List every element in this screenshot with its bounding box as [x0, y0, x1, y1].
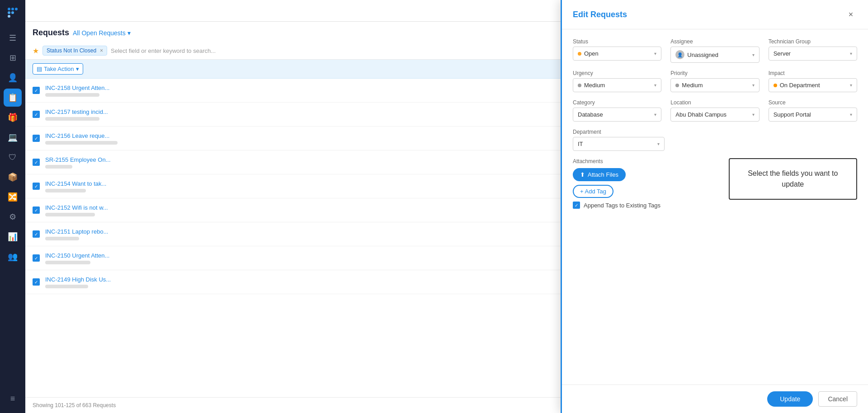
row-desc-bar — [45, 237, 79, 240]
row-checkbox-2156[interactable] — [33, 135, 40, 142]
urgency-label: Urgency — [573, 70, 661, 76]
category-select[interactable]: Database ▾ — [573, 108, 661, 122]
users-icon[interactable]: 👤 — [4, 69, 22, 87]
location-label: Location — [670, 99, 759, 106]
attachments-info-row: Attachments ⬆ Attach Files + Add Tag App… — [573, 158, 857, 216]
svg-point-0 — [8, 8, 10, 10]
source-label: Source — [769, 99, 857, 106]
form-row-1: Status Open ▾ Assignee 👤 Unassigned ▾ — [573, 38, 857, 63]
assignee-field: Assignee 👤 Unassigned ▾ — [670, 38, 759, 63]
modal-footer: Update Cancel — [562, 385, 868, 413]
info-box: Select the fields you want to update — [729, 158, 858, 200]
technician-group-field: Technician Group Server ▾ — [769, 38, 857, 63]
svg-point-4 — [11, 11, 14, 14]
chart-icon[interactable]: 📊 — [4, 228, 22, 246]
update-button[interactable]: Update — [767, 391, 813, 407]
row-desc-bar — [45, 93, 99, 97]
row-checkbox-2157[interactable] — [33, 111, 40, 118]
chevron-down-icon-action: ▾ — [76, 66, 79, 72]
row-checkbox-2150[interactable] — [33, 254, 40, 262]
urgency-dot — [578, 84, 581, 87]
requests-icon[interactable]: 📋 — [4, 89, 22, 107]
impact-dot — [774, 84, 777, 87]
shield-icon[interactable]: 🛡 — [4, 148, 22, 166]
category-label: Category — [573, 99, 661, 106]
impact-select[interactable]: On Department ▾ — [769, 78, 857, 92]
info-box-text: Select the fields you want to update — [739, 168, 848, 190]
modal-close-button[interactable]: × — [844, 8, 857, 21]
team-icon[interactable]: 👥 — [4, 248, 22, 266]
logo[interactable] — [5, 5, 20, 22]
category-field: Category Database ▾ — [573, 99, 661, 122]
upload-icon: ⬆ — [580, 171, 585, 178]
row-checkbox-2152[interactable] — [33, 206, 40, 214]
menu-icon[interactable]: ☰ — [4, 29, 22, 47]
department-select[interactable]: IT ▾ — [573, 137, 665, 151]
source-select[interactable]: Support Portal ▾ — [769, 108, 857, 122]
chevron-down-icon: ▾ — [850, 51, 852, 56]
edit-requests-modal: Edit Requests × Status Open ▾ Assignee — [561, 0, 868, 413]
status-dot — [578, 52, 581, 56]
form-row-2: Urgency Medium ▾ Priority Medium ▾ — [573, 70, 857, 92]
form-row-3: Category Database ▾ Location Abu Dhabi C… — [573, 99, 857, 122]
append-tags-row: Append Tags to Existing Tags — [573, 202, 711, 209]
impact-field: Impact On Department ▾ — [769, 70, 857, 92]
status-select[interactable]: Open ▾ — [573, 47, 661, 61]
status-filter-badge[interactable]: Status Not In Closed × — [42, 46, 107, 56]
branches-icon[interactable]: 🔀 — [4, 188, 22, 206]
laptop-icon[interactable]: 💻 — [4, 128, 22, 146]
modal-title: Edit Requests — [573, 10, 627, 19]
chevron-down-icon: ▾ — [127, 29, 131, 37]
svg-point-5 — [8, 15, 10, 18]
take-action-button[interactable]: ▤ Take Action ▾ — [33, 63, 83, 75]
star-icon[interactable]: ★ — [33, 47, 39, 55]
status-label: Status — [573, 38, 661, 45]
chevron-down-icon: ▾ — [654, 51, 656, 56]
status-field: Status Open ▾ — [573, 38, 661, 63]
urgency-field: Urgency Medium ▾ — [573, 70, 661, 92]
form-row-4: Department IT ▾ — [573, 129, 857, 151]
svg-point-2 — [15, 8, 18, 10]
source-field: Source Support Portal ▾ — [769, 99, 857, 122]
row-checkbox-2155[interactable] — [33, 159, 40, 166]
priority-select[interactable]: Medium ▾ — [670, 78, 759, 92]
row-desc-bar — [45, 165, 72, 169]
technician-group-label: Technician Group — [769, 38, 857, 45]
impact-label: Impact — [769, 70, 857, 76]
chevron-down-icon: ▾ — [752, 83, 755, 88]
dashboard-icon[interactable]: ⊞ — [4, 49, 22, 67]
attachments-section: Attachments ⬆ Attach Files + Add Tag App… — [573, 158, 711, 209]
append-tags-label: Append Tags to Existing Tags — [584, 202, 660, 209]
svg-point-1 — [11, 8, 14, 10]
svg-point-3 — [8, 11, 10, 14]
row-checkbox-2151[interactable] — [33, 230, 40, 238]
filter-dropdown[interactable]: All Open Requests ▾ — [73, 29, 131, 37]
add-tag-button[interactable]: + Add Tag — [573, 185, 613, 198]
attach-files-button[interactable]: ⬆ Attach Files — [573, 168, 626, 181]
append-tags-checkbox[interactable] — [573, 202, 580, 209]
gifts-icon[interactable]: 🎁 — [4, 108, 22, 127]
department-label: Department — [573, 129, 665, 135]
row-checkbox-2158[interactable] — [33, 87, 40, 94]
assignee-select[interactable]: 👤 Unassigned ▾ — [670, 47, 759, 63]
urgency-select[interactable]: Medium ▾ — [573, 78, 661, 92]
chevron-down-icon: ▾ — [654, 112, 656, 117]
sidebar: ☰ ⊞ 👤 📋 🎁 💻 🛡 📦 🔀 ⚙ 📊 👥 ≡ — [0, 0, 25, 413]
location-field: Location Abu Dhabi Campus ▾ — [670, 99, 759, 122]
row-desc-bar — [45, 213, 95, 216]
row-checkbox-2154[interactable] — [33, 183, 40, 190]
assignee-label: Assignee — [670, 38, 759, 45]
analytics-icon[interactable]: ⚙ — [4, 208, 22, 226]
priority-dot — [675, 84, 679, 87]
filter-close-icon[interactable]: × — [100, 47, 103, 54]
row-desc-bar — [45, 285, 88, 288]
cancel-button[interactable]: Cancel — [818, 391, 857, 407]
technician-group-select[interactable]: Server ▾ — [769, 47, 857, 61]
box-icon[interactable]: 📦 — [4, 168, 22, 186]
priority-label: Priority — [670, 70, 759, 76]
chevron-down-icon: ▾ — [850, 112, 852, 117]
row-checkbox-2149[interactable] — [33, 278, 40, 286]
list-icon[interactable]: ≡ — [4, 390, 22, 408]
page-title: Requests — [33, 28, 69, 38]
location-select[interactable]: Abu Dhabi Campus ▾ — [670, 108, 759, 122]
